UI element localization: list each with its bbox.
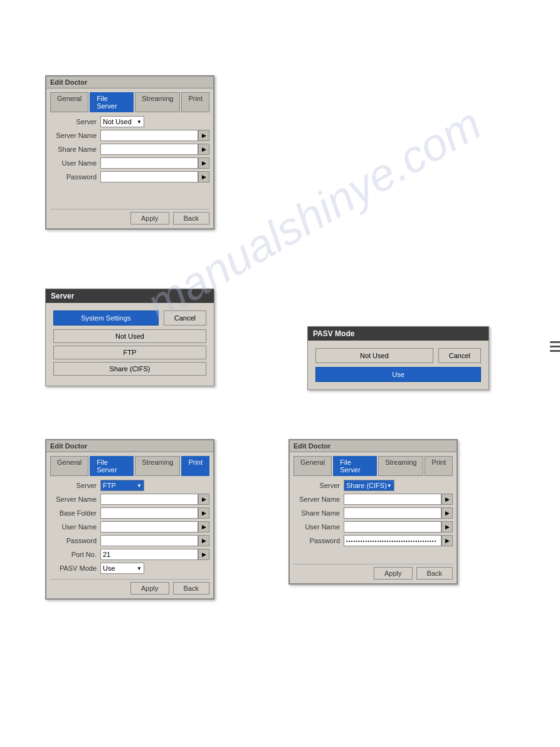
bl-user-name-input[interactable]	[100, 521, 198, 532]
password-btn[interactable]: ▶	[198, 171, 209, 183]
bl-server-name-input[interactable]	[100, 494, 198, 505]
server-name-btn[interactable]: ▶	[198, 130, 209, 141]
bl-base-folder-input-group: ▶	[100, 507, 209, 519]
share-name-btn[interactable]: ▶	[198, 144, 209, 155]
bl-pasv-mode-dropdown[interactable]: Use ▼	[100, 563, 144, 574]
bl-password-btn[interactable]: ▶	[198, 535, 209, 546]
bl-base-folder-input[interactable]	[100, 507, 198, 519]
top-panel-content: General File Server Streaming Print Serv…	[46, 88, 214, 229]
bottom-right-panel-content: General File Server Streaming Print Serv…	[289, 452, 457, 584]
user-name-input[interactable]	[100, 157, 198, 169]
br-user-name-input-group: ▶	[344, 521, 453, 532]
top-tabs-row: General File Server Streaming Print	[50, 92, 209, 112]
server-name-input[interactable]	[100, 130, 198, 141]
bl-tab-general[interactable]: General	[50, 456, 88, 476]
br-server-dropdown[interactable]: Share (CIFS) ▼	[344, 480, 394, 491]
tab-general[interactable]: General	[50, 92, 88, 112]
bl-user-name-btn[interactable]: ▶	[198, 521, 209, 532]
bl-port-no-row: Port No. 21 ▶	[50, 549, 209, 560]
server-name-row: Server Name ▶	[50, 130, 209, 141]
bottom-right-panel-title: Edit Doctor	[289, 440, 457, 452]
password-input-group: ▶	[100, 171, 209, 183]
server-dropdown-value: Not Used	[103, 118, 132, 125]
system-settings-button[interactable]: System Settings	[53, 310, 159, 326]
user-name-row: User Name ▶	[50, 157, 209, 169]
share-name-input[interactable]	[100, 144, 198, 155]
not-used-button[interactable]: Not Used	[53, 329, 206, 343]
pasv-dialog-body: Not Used Cancel Use	[308, 341, 489, 389]
br-dropdown-arrow-icon: ▼	[387, 483, 392, 489]
bl-apply-button[interactable]: Apply	[130, 582, 169, 595]
server-dialog-body: System Settings Cancel Not Used FTP Shar…	[46, 303, 214, 386]
br-share-name-input[interactable]	[344, 507, 441, 519]
bl-base-folder-label: Base Folder	[50, 509, 100, 517]
br-password-input[interactable]: ••••••••••••••••••••••••••••••••••••••	[344, 535, 441, 546]
bl-server-row: Server FTP ▼	[50, 480, 209, 491]
br-tab-print[interactable]: Print	[425, 456, 453, 476]
bl-server-dropdown[interactable]: FTP ▼	[100, 480, 144, 491]
bottom-left-edit-doctor-panel: Edit Doctor General File Server Streamin…	[45, 439, 214, 600]
br-apply-button[interactable]: Apply	[374, 567, 413, 580]
bl-port-no-label: Port No.	[50, 551, 100, 558]
pasv-use-button[interactable]: Use	[315, 367, 481, 382]
bottom-right-tabs-row: General File Server Streaming Print	[293, 456, 453, 476]
server-dropdown[interactable]: Not Used ▼	[100, 116, 144, 127]
br-back-button[interactable]: Back	[416, 567, 453, 580]
br-server-name-btn[interactable]: ▶	[441, 494, 453, 505]
pasv-dialog-title: PASV Mode	[308, 327, 489, 341]
br-tab-streaming[interactable]: Streaming	[378, 456, 423, 476]
user-name-btn[interactable]: ▶	[198, 157, 209, 169]
pasv-cancel-button[interactable]: Cancel	[438, 348, 481, 363]
top-apply-button[interactable]: Apply	[130, 212, 169, 225]
bl-tab-streaming[interactable]: Streaming	[135, 456, 180, 476]
bl-pasv-mode-value: Use	[103, 564, 115, 572]
bl-port-no-btn[interactable]: ▶	[198, 549, 209, 560]
password-row: Password ▶	[50, 171, 209, 183]
spacer	[50, 185, 209, 204]
bl-password-input-group: ▶	[100, 535, 209, 546]
br-tab-file-server[interactable]: File Server	[333, 456, 377, 476]
bl-port-no-input-group: 21 ▶	[100, 549, 209, 560]
server-input-group: Not Used ▼	[100, 116, 209, 127]
bottom-left-panel-content: General File Server Streaming Print Serv…	[46, 452, 214, 599]
bl-tab-print[interactable]: Print	[181, 456, 209, 476]
tab-print[interactable]: Print	[181, 92, 209, 112]
top-edit-doctor-panel: Edit Doctor General File Server Streamin…	[45, 75, 214, 230]
ftp-button[interactable]: FTP	[53, 346, 206, 359]
bl-password-label: Password	[50, 537, 100, 544]
server-top-row: System Settings Cancel	[53, 310, 206, 326]
br-server-dropdown-value: Share (CIFS)	[346, 482, 387, 489]
bl-tab-file-server[interactable]: File Server	[90, 456, 134, 476]
share-cifs-button[interactable]: Share (CIFS)	[53, 362, 206, 376]
bl-user-name-input-group: ▶	[100, 521, 209, 532]
br-user-name-input[interactable]	[344, 521, 441, 532]
bl-port-no-input[interactable]: 21	[100, 549, 198, 560]
pasv-top-row: Not Used Cancel	[315, 348, 481, 363]
bl-password-input[interactable]	[100, 535, 198, 546]
sidebar-line-1	[550, 341, 560, 343]
br-tab-general[interactable]: General	[293, 456, 332, 476]
bl-base-folder-btn[interactable]: ▶	[198, 507, 209, 519]
br-server-name-input[interactable]	[344, 494, 441, 505]
br-server-row: Server Share (CIFS) ▼	[293, 480, 453, 491]
password-input[interactable]	[100, 171, 198, 183]
server-name-label: Server Name	[50, 132, 100, 139]
br-user-name-btn[interactable]: ▶	[441, 521, 453, 532]
bl-server-input-group: FTP ▼	[100, 480, 209, 491]
tab-streaming[interactable]: Streaming	[135, 92, 180, 112]
sidebar-line-3	[550, 350, 560, 352]
bl-back-button[interactable]: Back	[173, 582, 209, 595]
tab-file-server[interactable]: File Server	[90, 92, 134, 112]
server-cancel-button[interactable]: Cancel	[164, 310, 206, 326]
br-password-btn[interactable]: ▶	[441, 535, 453, 546]
bl-user-name-row: User Name ▶	[50, 521, 209, 532]
pasv-not-used-button[interactable]: Not Used	[315, 348, 433, 363]
bl-server-name-btn[interactable]: ▶	[198, 494, 209, 505]
user-name-input-group: ▶	[100, 157, 209, 169]
bl-user-name-label: User Name	[50, 523, 100, 531]
server-label: Server	[50, 118, 100, 125]
br-share-name-btn[interactable]: ▶	[441, 507, 453, 519]
top-back-button[interactable]: Back	[173, 212, 209, 225]
sidebar-line-2	[550, 346, 560, 347]
br-bottom-buttons: Apply Back	[293, 564, 453, 580]
